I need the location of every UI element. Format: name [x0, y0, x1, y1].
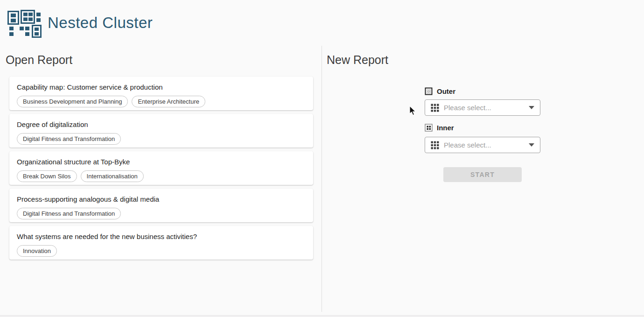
- report-card[interactable]: Process-supporting analogous & digital m…: [9, 189, 313, 222]
- report-tag: Enterprise Architecture: [132, 96, 205, 107]
- report-tag: Digital Fitness and Transformation: [17, 133, 121, 145]
- app-header: Nested Cluster: [0, 0, 644, 46]
- app-title: Nested Cluster: [48, 14, 153, 32]
- report-card[interactable]: Organizational structure at Top-Byke Bre…: [9, 151, 313, 185]
- inner-squares-icon: [425, 124, 433, 132]
- inner-select[interactable]: Please select...: [425, 137, 540, 153]
- report-tag: Internationalisation: [81, 170, 144, 182]
- report-tags: Digital Fitness and Transformation: [17, 208, 306, 219]
- new-report-panel: New Report Outer: [322, 46, 644, 317]
- chevron-down-icon: [529, 143, 534, 147]
- report-tag: Digital Fitness and Transformation: [17, 208, 121, 219]
- report-title: Process-supporting analogous & digital m…: [17, 195, 306, 204]
- chevron-down-icon: [529, 106, 534, 109]
- report-card[interactable]: Degree of digitalization Digital Fitness…: [9, 114, 313, 148]
- report-tags: Break Down SilosInternationalisation: [17, 170, 306, 182]
- report-tag: Break Down Silos: [17, 170, 77, 182]
- report-title: Degree of digitalization: [17, 120, 306, 129]
- open-report-panel: Open Report Capability map: Customer ser…: [0, 46, 322, 317]
- new-report-heading: New Report: [327, 51, 644, 68]
- open-report-heading: Open Report: [6, 51, 322, 68]
- report-tag: Business Development and Planning: [17, 96, 128, 107]
- outer-select-placeholder: Please select...: [444, 104, 491, 112]
- grid-3x3-icon: [431, 104, 439, 112]
- grid-3x3-icon: [431, 141, 439, 149]
- report-title: Capability map: Customer service & produ…: [17, 83, 306, 92]
- inner-select-placeholder: Please select...: [444, 141, 491, 149]
- report-title: What systems are needed for the new busi…: [17, 232, 306, 241]
- app-root: Nested Cluster Open Report Capability ma…: [0, 0, 644, 317]
- report-title: Organizational structure at Top-Byke: [17, 157, 306, 167]
- inner-field-label: Inner: [425, 124, 454, 132]
- report-list: Capability map: Customer service & produ…: [9, 77, 313, 260]
- outer-select[interactable]: Please select...: [425, 99, 540, 116]
- report-tags: Business Development and PlanningEnterpr…: [17, 96, 306, 107]
- report-card[interactable]: Capability map: Customer service & produ…: [9, 77, 313, 110]
- inner-label-text: Inner: [437, 124, 454, 132]
- outer-field-label: Outer: [425, 87, 455, 95]
- report-tags: Digital Fitness and Transformation: [17, 133, 306, 145]
- outer-frame-icon: [425, 87, 433, 95]
- outer-label-text: Outer: [437, 87, 455, 95]
- nested-cluster-logo-icon: [7, 8, 42, 38]
- viewport-bottom-edge: [0, 315, 644, 317]
- report-tag: Innovation: [17, 245, 57, 257]
- report-tags: Innovation: [17, 245, 306, 257]
- report-card[interactable]: What systems are needed for the new busi…: [9, 226, 313, 260]
- start-button[interactable]: START: [443, 167, 522, 182]
